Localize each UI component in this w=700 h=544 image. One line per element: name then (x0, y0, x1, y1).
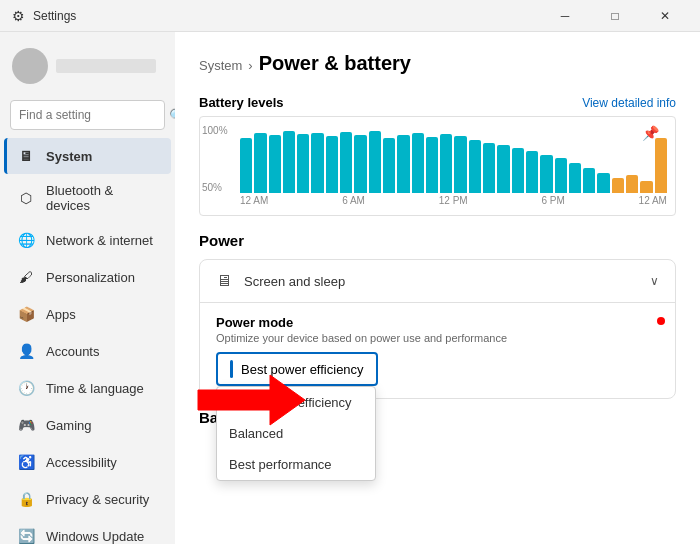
sidebar-item-network[interactable]: 🌐 Network & internet (4, 222, 171, 258)
battery-bar (354, 135, 366, 193)
power-mode-section: Power mode Optimize your device based on… (200, 302, 675, 398)
breadcrumb-chevron: › (248, 58, 252, 73)
battery-section-header: Battery levels View detailed info (199, 95, 676, 110)
battery-bar (369, 131, 381, 193)
page-title-row: System › Power & battery (199, 52, 676, 75)
power-mode-label: Power mode (216, 315, 659, 330)
page-title: Power & battery (259, 52, 411, 75)
y-label-50: 50% (202, 182, 228, 193)
sidebar-item-apps[interactable]: 📦 Apps (4, 296, 171, 332)
sidebar-item-bluetooth[interactable]: ⬡ Bluetooth & devices (4, 175, 171, 221)
battery-bar (540, 155, 552, 193)
dropdown-selected-value: Best power efficiency (241, 362, 364, 377)
accessibility-icon: ♿ (16, 452, 36, 472)
profile-section (0, 40, 175, 92)
x-label-6am: 6 AM (342, 195, 365, 206)
battery-bar (240, 138, 252, 193)
apps-icon: 📦 (16, 304, 36, 324)
update-icon: 🔄 (16, 526, 36, 544)
battery-bar (426, 137, 438, 193)
battery-bar (512, 148, 524, 193)
gaming-icon: 🎮 (16, 415, 36, 435)
battery-bar (340, 132, 352, 193)
sidebar-item-accessibility[interactable]: ♿ Accessibility (4, 444, 171, 480)
x-label-12am-end: 12 AM (639, 195, 667, 206)
dropdown-button[interactable]: Best power efficiency (216, 352, 378, 386)
battery-bar (640, 181, 652, 193)
battery-bar (454, 136, 466, 193)
battery-bar (412, 133, 424, 193)
bluetooth-icon: ⬡ (16, 188, 36, 208)
screen-sleep-icon: 🖥 (216, 272, 232, 290)
maximize-button[interactable]: □ (592, 0, 638, 32)
battery-chart: 100% 50% 📌 12 AM 6 AM 12 PM 6 PM 12 AM (199, 116, 676, 216)
battery-bar (254, 133, 266, 193)
title-bar: ⚙ Settings ─ □ ✕ (0, 0, 700, 32)
battery-bar (269, 135, 281, 193)
y-axis-labels: 100% 50% (200, 125, 228, 193)
dropdown-option-efficiency[interactable]: Best power efficiency (217, 387, 375, 418)
screen-sleep-row[interactable]: 🖥 Screen and sleep ∨ (200, 260, 675, 302)
power-mode-dropdown[interactable]: Best power efficiency Best power efficie… (216, 352, 378, 386)
power-mode-desc: Optimize your device based on power use … (216, 332, 659, 344)
close-button[interactable]: ✕ (642, 0, 688, 32)
sidebar-item-accounts[interactable]: 👤 Accounts (4, 333, 171, 369)
chart-inner: 📌 12 AM 6 AM 12 PM 6 PM 12 AM (240, 125, 667, 206)
x-axis-labels: 12 AM 6 AM 12 PM 6 PM 12 AM (240, 195, 667, 206)
time-icon: 🕐 (16, 378, 36, 398)
search-box[interactable]: 🔍 (10, 100, 165, 130)
battery-bar (583, 168, 595, 193)
battery-bar (383, 138, 395, 193)
profile-name (56, 59, 156, 73)
sidebar-item-personalization[interactable]: 🖌 Personalization (4, 259, 171, 295)
battery-bar (469, 140, 481, 193)
power-label: Power (199, 232, 676, 249)
battery-bar (526, 151, 538, 193)
power-card: 🖥 Screen and sleep ∨ Power mode Optimize… (199, 259, 676, 399)
battery-bar (297, 134, 309, 193)
system-icon: 🖥 (16, 146, 36, 166)
dropdown-option-balanced[interactable]: Balanced (217, 418, 375, 449)
battery-bar (311, 133, 323, 193)
battery-bar (597, 173, 609, 193)
x-label-12pm: 12 PM (439, 195, 468, 206)
battery-pin-icon: 📌 (642, 125, 659, 141)
sidebar-item-update[interactable]: 🔄 Windows Update (4, 518, 171, 544)
network-icon: 🌐 (16, 230, 36, 250)
privacy-icon: 🔒 (16, 489, 36, 509)
battery-bar (655, 138, 667, 193)
battery-bar (612, 178, 624, 193)
battery-bar (626, 175, 638, 193)
battery-bar (483, 143, 495, 193)
breadcrumb-system: System (199, 58, 242, 73)
personalization-icon: 🖌 (16, 267, 36, 287)
dropdown-option-performance[interactable]: Best performance (217, 449, 375, 480)
sidebar-item-system[interactable]: 🖥 System (4, 138, 171, 174)
battery-bar (397, 135, 409, 193)
sidebar: 🔍 🖥 System ⬡ Bluetooth & devices 🌐 Netwo… (0, 32, 175, 544)
accounts-icon: 👤 (16, 341, 36, 361)
x-label-6pm: 6 PM (541, 195, 564, 206)
sidebar-item-time[interactable]: 🕐 Time & language (4, 370, 171, 406)
window-title: Settings (33, 9, 76, 23)
sidebar-item-privacy[interactable]: 🔒 Privacy & security (4, 481, 171, 517)
dropdown-menu: Best power efficiency Balanced Best perf… (216, 386, 376, 481)
battery-bar (555, 158, 567, 193)
screen-sleep-text: Screen and sleep (244, 274, 650, 289)
x-label-12am: 12 AM (240, 195, 268, 206)
battery-bar (283, 131, 295, 193)
main-content: System › Power & battery Battery levels … (175, 32, 700, 544)
sidebar-item-gaming[interactable]: 🎮 Gaming (4, 407, 171, 443)
battery-bar (326, 136, 338, 193)
search-input[interactable] (19, 108, 169, 122)
dropdown-indicator (230, 360, 233, 378)
minimize-button[interactable]: ─ (542, 0, 588, 32)
view-detail-link[interactable]: View detailed info (582, 96, 676, 110)
red-dot-indicator (657, 317, 665, 325)
battery-bar (497, 145, 509, 193)
battery-levels-label: Battery levels (199, 95, 284, 110)
window-controls: ─ □ ✕ (542, 0, 688, 32)
expand-chevron-icon: ∨ (650, 274, 659, 288)
y-label-100: 100% (202, 125, 228, 136)
battery-bar (569, 163, 581, 193)
